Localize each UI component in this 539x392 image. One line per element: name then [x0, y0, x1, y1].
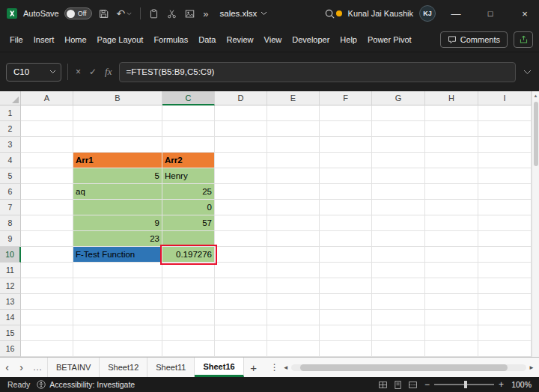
insert-function-icon[interactable]: fx — [105, 66, 112, 78]
row-header-11[interactable]: 11 — [0, 263, 21, 278]
minimize-button[interactable]: — — [442, 0, 470, 27]
cell-H10[interactable] — [425, 247, 478, 263]
enter-icon[interactable]: ✓ — [89, 67, 97, 77]
cell-D16[interactable] — [215, 341, 267, 357]
cell-B8[interactable]: 9 — [73, 215, 162, 231]
sheet-tab-sheet11[interactable]: Sheet11 — [147, 358, 195, 377]
cell-H3[interactable] — [425, 137, 478, 153]
horizontal-scrollbar[interactable]: ◄ ► — [281, 358, 539, 377]
search-button[interactable] — [323, 7, 337, 21]
cell-D15[interactable] — [215, 325, 267, 341]
cell-A5[interactable] — [21, 168, 73, 184]
comments-button[interactable]: Comments — [440, 31, 508, 48]
cell-H16[interactable] — [425, 341, 478, 357]
horizontal-scroll-thumb[interactable] — [300, 364, 508, 371]
cell-D11[interactable] — [215, 263, 267, 278]
cell-D13[interactable] — [215, 294, 267, 310]
cell-G4[interactable] — [372, 153, 425, 168]
autosave-toggle[interactable]: Off — [64, 7, 92, 19]
menu-tab-view[interactable]: View — [259, 27, 287, 52]
cell-A2[interactable] — [21, 121, 73, 137]
cell-I11[interactable] — [478, 263, 532, 278]
vertical-scroll-thumb[interactable] — [534, 102, 538, 166]
cell-B2[interactable] — [73, 121, 162, 137]
select-all-corner[interactable] — [0, 91, 21, 105]
cell-G3[interactable] — [372, 137, 425, 153]
cell-C3[interactable] — [162, 137, 215, 153]
row-header-3[interactable]: 3 — [0, 137, 21, 153]
cell-B12[interactable] — [73, 278, 162, 294]
cell-A7[interactable] — [21, 200, 73, 215]
cell-C5[interactable]: Henry — [162, 168, 215, 184]
normal-view-icon[interactable] — [378, 380, 388, 390]
page-break-view-icon[interactable] — [408, 380, 418, 390]
cell-E12[interactable] — [267, 278, 320, 294]
cell-G7[interactable] — [372, 200, 425, 215]
cell-E8[interactable] — [267, 215, 320, 231]
row-header-1[interactable]: 1 — [0, 105, 21, 121]
cell-F5[interactable] — [320, 168, 372, 184]
cell-D2[interactable] — [215, 121, 267, 137]
cell-H13[interactable] — [425, 294, 478, 310]
formula-input[interactable]: =FTEST(B5:B9,C5:C9) — [119, 62, 516, 82]
cell-E3[interactable] — [267, 137, 320, 153]
cell-E4[interactable] — [267, 153, 320, 168]
zoom-level[interactable]: 100% — [511, 380, 532, 389]
row-header-10[interactable]: 10 — [0, 247, 21, 263]
save-button[interactable] — [97, 7, 110, 20]
row-header-13[interactable]: 13 — [0, 294, 21, 310]
cell-C6[interactable]: 25 — [162, 184, 215, 200]
cell-D5[interactable] — [215, 168, 267, 184]
maximize-button[interactable]: □ — [476, 0, 505, 27]
cell-G16[interactable] — [372, 341, 425, 357]
cell-F15[interactable] — [320, 325, 372, 341]
sheet-tab-sheet16[interactable]: Sheet16 — [195, 358, 243, 377]
cell-A8[interactable] — [21, 215, 73, 231]
cell-I8[interactable] — [478, 215, 532, 231]
cell-D14[interactable] — [215, 310, 267, 325]
cell-B7[interactable] — [73, 200, 162, 215]
cell-G6[interactable] — [372, 184, 425, 200]
menu-tab-file[interactable]: File — [4, 27, 28, 52]
cell-H9[interactable] — [425, 231, 478, 247]
cell-B10[interactable]: F-Test Function — [73, 247, 162, 263]
cell-G9[interactable] — [372, 231, 425, 247]
menu-tab-insert[interactable]: Insert — [28, 27, 60, 52]
menu-tab-developer[interactable]: Developer — [287, 27, 335, 52]
cell-I5[interactable] — [478, 168, 532, 184]
cell-D6[interactable] — [215, 184, 267, 200]
cell-C10[interactable]: 0.197276 — [162, 247, 215, 263]
cell-F2[interactable] — [320, 121, 372, 137]
cell-C15[interactable] — [162, 325, 215, 341]
cell-A3[interactable] — [21, 137, 73, 153]
row-header-5[interactable]: 5 — [0, 168, 21, 184]
cell-E11[interactable] — [267, 263, 320, 278]
cell-G15[interactable] — [372, 325, 425, 341]
sheet-list-button[interactable]: ... — [28, 358, 48, 377]
column-header-H[interactable]: H — [425, 91, 478, 105]
cell-C12[interactable] — [162, 278, 215, 294]
row-header-9[interactable]: 9 — [0, 231, 21, 247]
cell-C8[interactable]: 57 — [162, 215, 215, 231]
column-header-I[interactable]: I — [478, 91, 532, 105]
menu-tab-data[interactable]: Data — [193, 27, 221, 52]
cell-F13[interactable] — [320, 294, 372, 310]
cell-G11[interactable] — [372, 263, 425, 278]
cell-G1[interactable] — [372, 105, 425, 121]
menu-tab-page-layout[interactable]: Page Layout — [92, 27, 149, 52]
cell-C4[interactable]: Arr2 — [162, 153, 215, 168]
column-header-A[interactable]: A — [21, 91, 73, 105]
row-header-14[interactable]: 14 — [0, 310, 21, 325]
row-header-16[interactable]: 16 — [0, 341, 21, 357]
row-header-4[interactable]: 4 — [0, 153, 21, 168]
cell-D4[interactable] — [215, 153, 267, 168]
cell-H5[interactable] — [425, 168, 478, 184]
sheet-tab-betainv[interactable]: BETAINV — [48, 358, 100, 377]
document-title[interactable]: sales.xlsx — [220, 9, 268, 18]
row-header-8[interactable]: 8 — [0, 215, 21, 231]
column-header-D[interactable]: D — [215, 91, 267, 105]
row-header-2[interactable]: 2 — [0, 121, 21, 137]
cell-G13[interactable] — [372, 294, 425, 310]
cancel-icon[interactable]: × — [76, 67, 81, 77]
scroll-right-icon[interactable]: ► — [529, 364, 535, 371]
